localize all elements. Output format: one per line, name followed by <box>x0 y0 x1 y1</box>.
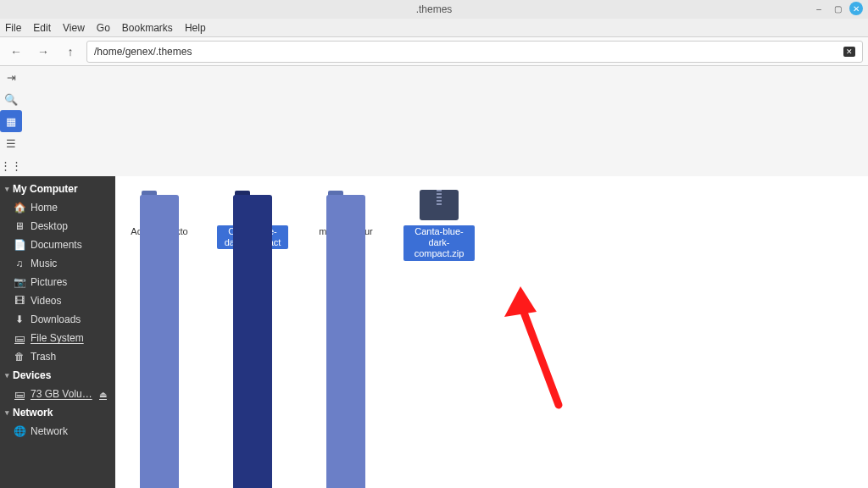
menu-go[interactable]: Go <box>97 22 110 34</box>
nav-back-button[interactable]: ← <box>5 41 27 63</box>
menubar: File Edit View Go Bookmarks Help <box>0 19 868 37</box>
sidebar-item-filesystem[interactable]: 🖴File System <box>0 329 115 347</box>
documents-icon: 📄 <box>14 239 25 251</box>
sidebar-item-home[interactable]: 🏠Home <box>0 198 115 217</box>
toolbar: ← → ↑ /home/genex/.themes ✕ <box>0 37 868 66</box>
window-minimize-button[interactable]: – <box>812 2 826 15</box>
folder-canta-blue-dark-compact[interactable]: Canta-blue-dark-compact <box>217 188 288 249</box>
window-maximize-button[interactable]: ▢ <box>831 2 844 15</box>
sidebar-item-downloads[interactable]: ⬇Downloads <box>0 310 115 329</box>
nav-forward-button[interactable]: → <box>32 41 54 63</box>
sidebar-section-my-computer[interactable]: ▾My Computer <box>0 180 115 198</box>
pictures-icon: 📷 <box>14 276 25 288</box>
downloads-icon: ⬇ <box>14 313 25 325</box>
videos-icon: 🎞 <box>14 295 25 307</box>
drive-icon: 🖴 <box>14 388 25 400</box>
path-clear-icon[interactable]: ✕ <box>843 47 855 57</box>
svg-marker-1 <box>504 286 537 317</box>
menu-file[interactable]: File <box>5 22 21 34</box>
network-icon: 🌐 <box>14 425 25 437</box>
file-canta-zip[interactable]: Canta-blue-dark-compact.zip <box>403 188 475 261</box>
window-close-button[interactable]: ✕ <box>849 2 863 15</box>
window-title: .themes <box>416 3 453 15</box>
view-list-button[interactable]: ☰ <box>0 132 22 154</box>
sidebar-section-devices[interactable]: ▾Devices <box>0 366 115 385</box>
sidebar-item-desktop[interactable]: 🖥Desktop <box>0 217 115 236</box>
annotation-arrow <box>499 286 576 417</box>
drive-icon: 🖴 <box>14 332 25 344</box>
sidebar-item-pictures[interactable]: 📷Pictures <box>0 273 115 291</box>
menu-view[interactable]: View <box>63 22 85 34</box>
trash-icon: 🗑 <box>14 351 25 363</box>
home-icon: 🏠 <box>14 202 25 214</box>
sidebar-item-trash[interactable]: 🗑Trash <box>0 347 115 366</box>
view-compact-button[interactable]: ⋮⋮ <box>0 154 22 176</box>
folder-icon <box>233 191 272 219</box>
window-titlebar: .themes – ▢ ✕ <box>0 0 868 19</box>
file-label: Canta-blue-dark-compact.zip <box>403 225 475 261</box>
sidebar-item-documents[interactable]: 📄Documents <box>0 236 115 254</box>
sidebar-item-music[interactable]: ♫Music <box>0 254 115 273</box>
desktop-icon: 🖥 <box>14 220 25 232</box>
file-view[interactable]: Adapta-Nokto Canta-blue-dark-compact mko… <box>115 176 868 488</box>
sidebar-item-videos[interactable]: 🎞Videos <box>0 291 115 310</box>
sidebar-section-network[interactable]: ▾Network <box>0 403 115 422</box>
search-button[interactable]: 🔍 <box>0 88 22 110</box>
view-icons-button[interactable]: ▦ <box>0 110 22 132</box>
folder-icon <box>326 191 365 219</box>
toggle-location-button[interactable]: ⇥ <box>0 66 22 88</box>
sidebar-item-volume[interactable]: 🖴73 GB Volu…⏏ <box>0 385 115 403</box>
folder-icon <box>140 191 179 219</box>
sidebar: ▾My Computer 🏠Home 🖥Desktop 📄Documents ♫… <box>0 176 115 488</box>
folder-mkos-big-sur[interactable]: mkos-big-sur <box>310 188 381 238</box>
menu-help[interactable]: Help <box>185 22 206 34</box>
sidebar-item-network[interactable]: 🌐Network <box>0 422 115 441</box>
svg-line-0 <box>520 303 559 405</box>
menu-edit[interactable]: Edit <box>33 22 51 34</box>
archive-icon <box>420 190 459 220</box>
path-input[interactable]: /home/genex/.themes ✕ <box>86 41 863 63</box>
folder-adapta-nokto[interactable]: Adapta-Nokto <box>124 188 195 238</box>
menu-bookmarks[interactable]: Bookmarks <box>122 22 173 34</box>
nav-up-button[interactable]: ↑ <box>59 41 81 63</box>
path-text: /home/genex/.themes <box>94 46 192 58</box>
eject-icon[interactable]: ⏏ <box>99 390 107 399</box>
music-icon: ♫ <box>14 258 25 269</box>
